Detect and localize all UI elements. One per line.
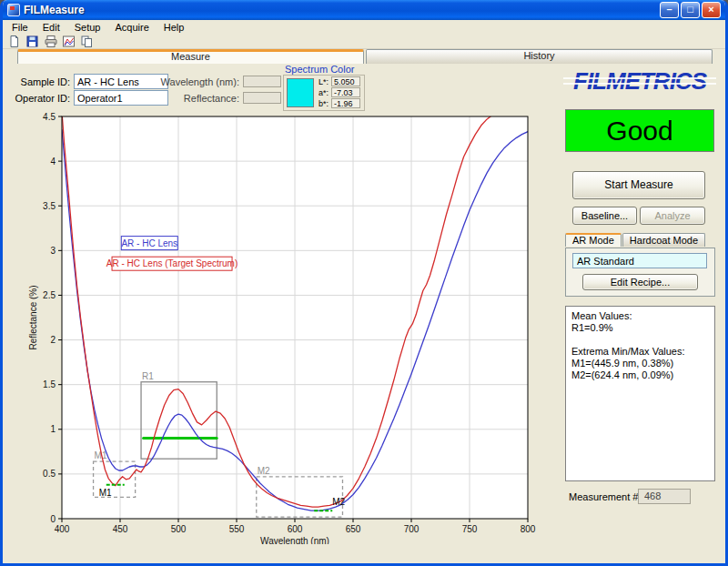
recipe-input[interactable] [572, 253, 707, 268]
measurement-number-label: Measurement # [569, 491, 638, 502]
spectrum-chart: R1M1M2M1M2AR - HC LensAR - HC Lens (Targ… [25, 109, 540, 544]
edit-recipe-button[interactable]: Edit Recipe... [582, 274, 698, 290]
status-indicator: Good [565, 109, 714, 152]
svg-text:0: 0 [50, 514, 56, 524]
tab-hardcoat-mode[interactable]: Hardcoat Mode [622, 233, 705, 247]
svg-text:3: 3 [50, 246, 56, 256]
lab-b-label: b*: [318, 99, 329, 108]
menu-file[interactable]: File [5, 21, 35, 34]
status-text: Good [606, 116, 672, 147]
svg-text:1: 1 [50, 424, 56, 434]
svg-text:650: 650 [346, 524, 361, 534]
save-icon [25, 35, 39, 48]
svg-text:800: 800 [521, 524, 536, 534]
svg-text:550: 550 [229, 524, 245, 534]
sample-id-label: Sample ID: [14, 76, 70, 87]
svg-text:Wavelength (nm): Wavelength (nm) [260, 536, 329, 544]
analyze-button[interactable]: Analyze [640, 207, 705, 225]
svg-text:4.5: 4.5 [43, 112, 56, 122]
svg-text:AR - HC Lens: AR - HC Lens [121, 238, 177, 248]
tab-ar-mode[interactable]: AR Mode [565, 233, 622, 247]
spectrum-chart-svg: R1M1M2M1M2AR - HC LensAR - HC Lens (Targ… [25, 109, 540, 544]
reflectance-label: Reflectance: [156, 93, 239, 104]
minimize-button[interactable]: – [660, 2, 679, 18]
measurement-number-value: 468 [638, 489, 691, 504]
svg-text:M2: M2 [258, 466, 270, 476]
svg-text:500: 500 [171, 524, 187, 534]
svg-text:400: 400 [55, 524, 70, 534]
svg-text:2.5: 2.5 [43, 290, 56, 300]
operator-id-label: Operator ID: [14, 93, 70, 104]
spectrum-view-button[interactable] [61, 35, 76, 48]
svg-text:AR - HC Lens (Target Spectrum): AR - HC Lens (Target Spectrum) [106, 258, 238, 268]
results-line [571, 334, 709, 346]
svg-text:2: 2 [50, 335, 56, 345]
logo-stripe [563, 77, 716, 79]
lab-b-value: -1.96 [331, 98, 360, 108]
menu-acquire[interactable]: Acquire [107, 21, 156, 34]
tab-measure[interactable]: Measure [17, 49, 364, 64]
close-button[interactable]: × [702, 2, 721, 18]
copy-button[interactable] [79, 35, 95, 48]
spectrum-color-swatch [287, 78, 314, 107]
svg-text:700: 700 [404, 524, 420, 534]
filmeasure-window: FILMeasure – □ × File Edit Setup Acquire… [0, 0, 728, 566]
svg-text:450: 450 [113, 524, 128, 534]
app-icon [7, 4, 20, 16]
results-line: M1=(445.9 nm, 0.38%) [571, 358, 709, 369]
menu-setup[interactable]: Setup [67, 21, 108, 34]
sample-id-input[interactable] [74, 74, 168, 89]
print-icon [44, 35, 57, 48]
toolbar [3, 35, 725, 49]
results-line: Extrema Min/Max Values: [571, 346, 709, 358]
spectrum-view-icon [62, 35, 76, 48]
title-bar[interactable]: FILMeasure – □ × [3, 0, 725, 20]
svg-text:0.5: 0.5 [43, 469, 56, 479]
measure-page: Sample ID: Operator ID: Wavelength (nm):… [3, 64, 725, 563]
results-line: M2=(624.4 nm, 0.09%) [571, 369, 709, 381]
svg-text:M2: M2 [332, 497, 345, 507]
results-line: R1=0.9% [571, 322, 709, 334]
svg-text:Reflectance (%): Reflectance (%) [28, 285, 38, 349]
tab-history[interactable]: History [366, 49, 713, 64]
results-line: Mean Values: [571, 310, 709, 322]
svg-text:750: 750 [462, 524, 478, 534]
logo-stripe [563, 83, 716, 85]
start-measure-button[interactable]: Start Measure [572, 171, 705, 199]
svg-text:R1: R1 [142, 371, 154, 381]
lab-l-value: 5.050 [331, 76, 360, 86]
main-tab-bar: Measure History [17, 49, 713, 64]
wavelength-readout [243, 76, 281, 87]
wavelength-label: Wavelength (nm): [156, 76, 239, 87]
new-file-button[interactable] [6, 35, 22, 48]
lab-a-label: a*: [318, 88, 329, 97]
reflectance-readout [243, 92, 281, 104]
filmetrics-logo: FILMETRICS [560, 67, 720, 95]
menu-edit[interactable]: Edit [35, 21, 67, 34]
menu-bar: File Edit Setup Acquire Help [3, 20, 725, 35]
mode-tab-bar: AR Mode Hardcoat Mode [565, 233, 705, 247]
new-file-icon [7, 35, 21, 48]
maximize-button[interactable]: □ [681, 2, 700, 18]
baseline-button[interactable]: Baseline... [572, 207, 637, 225]
svg-text:M1: M1 [99, 488, 112, 498]
lab-l-label: L*: [318, 77, 329, 86]
spectrum-color-title: Spectrum Color [285, 64, 354, 75]
menu-help[interactable]: Help [157, 21, 192, 34]
operator-id-input[interactable] [74, 90, 168, 106]
save-button[interactable] [25, 35, 40, 48]
results-box: Mean Values: R1=0.9% Extrema Min/Max Val… [565, 306, 715, 481]
copy-icon [80, 35, 94, 48]
print-button[interactable] [43, 35, 58, 48]
window-title: FILMeasure [24, 4, 85, 16]
lab-a-value: -7.03 [331, 87, 360, 97]
svg-text:600: 600 [288, 524, 303, 534]
svg-text:3.5: 3.5 [43, 201, 56, 211]
svg-text:1.5: 1.5 [43, 379, 56, 389]
svg-text:4: 4 [50, 157, 56, 167]
